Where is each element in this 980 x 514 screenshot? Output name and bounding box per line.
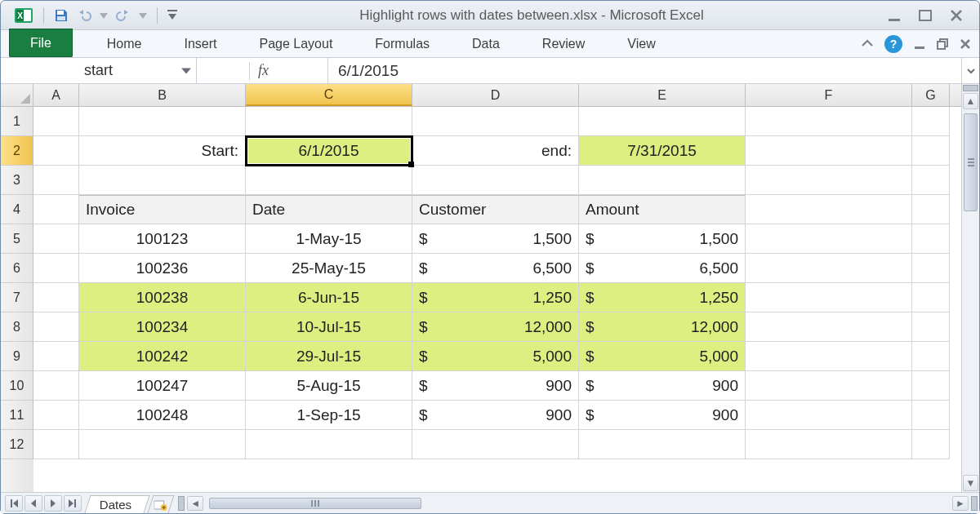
tab-data[interactable]: Data bbox=[456, 30, 516, 57]
redo-dropdown-icon[interactable] bbox=[139, 11, 147, 20]
table-row[interactable]: 29-Jul-15 bbox=[246, 342, 412, 371]
excel-app-icon[interactable]: X bbox=[14, 6, 33, 25]
cell-G3[interactable] bbox=[912, 166, 950, 195]
table-row[interactable]: $900 bbox=[412, 401, 579, 430]
tab-scroll-splitter[interactable] bbox=[178, 496, 185, 511]
table-header-amount[interactable]: Amount bbox=[579, 195, 746, 224]
cell-F4[interactable] bbox=[746, 195, 912, 224]
row-header-4[interactable]: 4 bbox=[1, 195, 33, 224]
row-header-3[interactable]: 3 bbox=[1, 166, 33, 195]
row-header-12[interactable]: 12 bbox=[1, 430, 33, 459]
row-header-10[interactable]: 10 bbox=[1, 371, 33, 401]
sheet-nav-prev-icon[interactable] bbox=[24, 495, 42, 512]
cell-G12[interactable] bbox=[912, 430, 950, 459]
sheet-nav-first-icon[interactable] bbox=[5, 495, 23, 512]
table-row[interactable]: 100123 bbox=[79, 224, 246, 254]
cell-B1[interactable] bbox=[79, 107, 246, 136]
table-row[interactable]: $5,000 bbox=[579, 342, 746, 371]
redo-icon[interactable] bbox=[116, 8, 131, 23]
cell-D1[interactable] bbox=[412, 107, 579, 136]
cell-G6[interactable] bbox=[912, 254, 950, 283]
cell-C12[interactable] bbox=[246, 430, 412, 459]
cell-G1[interactable] bbox=[912, 107, 950, 136]
cell-A5[interactable] bbox=[33, 224, 79, 254]
workbook-restore-icon[interactable] bbox=[935, 37, 950, 51]
tab-page-layout[interactable]: Page Layout bbox=[243, 30, 349, 57]
tab-insert[interactable]: Insert bbox=[167, 30, 233, 57]
row-header-9[interactable]: 9 bbox=[1, 342, 33, 371]
row-header-11[interactable]: 11 bbox=[1, 401, 33, 430]
cell-A11[interactable] bbox=[33, 401, 79, 430]
table-row[interactable]: $12,000 bbox=[412, 312, 579, 342]
undo-dropdown-icon[interactable] bbox=[100, 11, 108, 20]
cell-D12[interactable] bbox=[412, 430, 579, 459]
table-row[interactable]: $6,500 bbox=[412, 254, 579, 283]
vscroll-thumb[interactable] bbox=[964, 113, 978, 211]
table-header-date[interactable]: Date bbox=[246, 195, 412, 224]
cell-B3[interactable] bbox=[79, 166, 246, 195]
cell-C3[interactable] bbox=[246, 166, 412, 195]
cell-F11[interactable] bbox=[746, 401, 912, 430]
cell-B2-start-label[interactable]: Start: bbox=[79, 136, 246, 166]
table-row[interactable]: 6-Jun-15 bbox=[246, 283, 412, 312]
table-row[interactable]: $900 bbox=[579, 371, 746, 401]
save-icon[interactable] bbox=[54, 8, 69, 23]
tab-review[interactable]: Review bbox=[526, 30, 601, 57]
row-header-7[interactable]: 7 bbox=[1, 283, 33, 312]
table-row[interactable]: $1,500 bbox=[412, 224, 579, 254]
table-header-customer[interactable]: Customer bbox=[412, 195, 579, 224]
table-row[interactable]: 1-May-15 bbox=[246, 224, 412, 254]
column-header-D[interactable]: D bbox=[412, 84, 579, 106]
cell-A8[interactable] bbox=[33, 312, 79, 342]
cell-F12[interactable] bbox=[746, 430, 912, 459]
cell-G2[interactable] bbox=[912, 136, 950, 166]
row-header-5[interactable]: 5 bbox=[1, 224, 33, 254]
cells-grid[interactable]: Start: 6/1/2015 end: 7/31/2015 bbox=[33, 107, 961, 492]
column-header-A[interactable]: A bbox=[33, 84, 79, 106]
name-box-dropdown-icon[interactable] bbox=[181, 68, 191, 73]
minimize-icon[interactable] bbox=[886, 7, 902, 24]
cell-G11[interactable] bbox=[912, 401, 950, 430]
ribbon-minimize-icon[interactable] bbox=[860, 37, 875, 51]
cell-F5[interactable] bbox=[746, 224, 912, 254]
cell-G9[interactable] bbox=[912, 342, 950, 371]
cell-E3[interactable] bbox=[579, 166, 746, 195]
column-header-F[interactable]: F bbox=[746, 84, 912, 106]
table-row[interactable]: 100247 bbox=[79, 371, 246, 401]
split-box-vertical[interactable] bbox=[963, 85, 978, 91]
table-row[interactable]: $12,000 bbox=[579, 312, 746, 342]
table-row[interactable]: 100236 bbox=[79, 254, 246, 283]
cell-F8[interactable] bbox=[746, 312, 912, 342]
cell-A12[interactable] bbox=[33, 430, 79, 459]
table-row[interactable]: 100242 bbox=[79, 342, 246, 371]
file-tab[interactable]: File bbox=[9, 29, 73, 57]
sheet-nav-last-icon[interactable] bbox=[64, 495, 82, 512]
maximize-icon[interactable] bbox=[917, 7, 933, 24]
column-header-E[interactable]: E bbox=[579, 84, 746, 106]
cell-E2-end-value[interactable]: 7/31/2015 bbox=[579, 136, 746, 166]
scroll-left-icon[interactable]: ◄ bbox=[187, 496, 203, 511]
table-row[interactable]: $900 bbox=[412, 371, 579, 401]
row-header-6[interactable]: 6 bbox=[1, 254, 33, 283]
sheet-tab-dates[interactable]: Dates bbox=[84, 495, 149, 513]
table-row[interactable]: $6,500 bbox=[579, 254, 746, 283]
scroll-right-icon[interactable]: ► bbox=[952, 496, 969, 511]
cell-E12[interactable] bbox=[579, 430, 746, 459]
workbook-minimize-icon[interactable] bbox=[912, 37, 927, 51]
scroll-up-icon[interactable]: ▲ bbox=[963, 93, 978, 109]
table-row[interactable]: $5,000 bbox=[412, 342, 579, 371]
cell-C1[interactable] bbox=[246, 107, 412, 136]
formula-input[interactable]: 6/1/2015 bbox=[327, 58, 961, 83]
scroll-down-icon[interactable]: ▼ bbox=[963, 475, 978, 491]
insert-function-icon[interactable]: fx bbox=[255, 62, 280, 79]
cell-F2[interactable] bbox=[746, 136, 912, 166]
table-row[interactable]: 100238 bbox=[79, 283, 246, 312]
table-row[interactable]: $1,500 bbox=[579, 224, 746, 254]
column-header-G[interactable]: G bbox=[912, 84, 950, 106]
cell-A3[interactable] bbox=[33, 166, 79, 195]
row-header-8[interactable]: 8 bbox=[1, 312, 33, 342]
cell-E1[interactable] bbox=[579, 107, 746, 136]
table-row[interactable]: 5-Aug-15 bbox=[246, 371, 412, 401]
tab-view[interactable]: View bbox=[611, 30, 671, 57]
tab-home[interactable]: Home bbox=[91, 30, 158, 57]
